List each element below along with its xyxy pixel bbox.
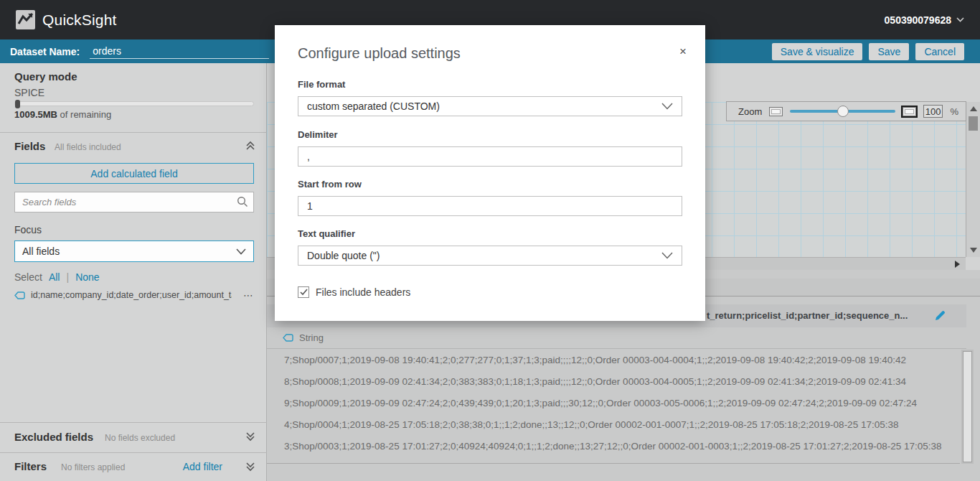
focus-select-value: All fields	[22, 246, 60, 257]
spice-capacity-amount: 1009.5MB	[14, 109, 57, 120]
dataset-name-input[interactable]	[90, 44, 269, 59]
file-format-label: File format	[298, 79, 682, 90]
text-qualifier-group: Text qualifier Double quote (")	[298, 228, 682, 266]
filters-section[interactable]: Filters No filters applied Add filter	[0, 452, 267, 481]
cancel-button[interactable]: Cancel	[915, 43, 964, 60]
zoom-out-extent-icon[interactable]	[769, 107, 783, 116]
query-mode-title: Query mode	[14, 70, 77, 83]
zoom-slider[interactable]	[790, 106, 895, 117]
focus-label: Focus	[14, 224, 42, 235]
add-filter-link[interactable]: Add filter	[183, 461, 222, 472]
preview-scroll-thumb[interactable]	[963, 351, 972, 462]
table-row[interactable]: 7;Shop/0007;1;2019-09-08 19:40:41;2;0;27…	[267, 350, 960, 371]
text-qualifier-value: Double quote (")	[307, 250, 380, 261]
modal-title: Configure upload settings	[298, 45, 461, 62]
field-list-item[interactable]: id;name;company_id;date_order;user_id;am…	[14, 287, 254, 303]
fields-title: Fields	[14, 140, 45, 152]
expand-excluded-icon[interactable]	[245, 431, 255, 444]
sidebar-divider	[0, 132, 267, 133]
headers-checkbox-label: Files include headers	[316, 286, 410, 298]
headers-checkbox[interactable]	[298, 286, 309, 298]
files-include-headers-row[interactable]: Files include headers	[298, 286, 410, 298]
spice-engine-label: SPICE	[14, 87, 44, 98]
field-item-menu-icon[interactable]: ⋯	[243, 289, 254, 301]
spice-capacity-rest: of remaining	[57, 109, 111, 120]
checkmark-icon	[300, 289, 308, 296]
chevron-down-icon	[661, 101, 673, 112]
add-calculated-field-button[interactable]: Add calculated field	[14, 163, 254, 184]
fields-subtitle: All fields included	[55, 142, 121, 152]
zoom-fit-icon[interactable]	[903, 107, 916, 116]
delimiter-label: Delimiter	[298, 129, 682, 140]
search-fields-wrap	[14, 192, 254, 213]
dataset-actions: Save & visualize Save Cancel	[772, 43, 970, 60]
spice-capacity-indicator	[15, 100, 20, 108]
quicksight-dataset-editor: QuickSight 050390079628 Dataset Name: Sa…	[0, 0, 980, 481]
table-row[interactable]: 3;Shop/0003;1;2019-08-25 17:01:27;2;0;40…	[267, 436, 960, 457]
select-fields-row: Select All | None	[14, 271, 100, 283]
file-format-select[interactable]: custom separated (CUSTOM)	[298, 96, 682, 116]
edit-column-pencil-icon[interactable]	[934, 309, 946, 324]
search-fields-input[interactable]	[14, 192, 254, 213]
text-qualifier-label: Text qualifier	[298, 228, 682, 239]
excluded-fields-subtitle: No fields excluded	[105, 433, 175, 443]
start-row-group: Start from row	[298, 179, 682, 216]
delimiter-group: Delimiter	[298, 129, 682, 167]
column-type-label: String	[299, 332, 324, 343]
search-icon[interactable]	[237, 196, 248, 210]
chevron-down-icon	[956, 17, 964, 22]
spice-capacity-bar	[14, 101, 254, 106]
scroll-right-arrow[interactable]	[955, 261, 960, 268]
zoom-percent-value[interactable]: 100	[923, 105, 943, 118]
excluded-fields-section[interactable]: Excluded fields No fields excluded	[0, 422, 267, 452]
vertical-scroll-thumb[interactable]	[969, 116, 978, 131]
scroll-up-arrow[interactable]	[970, 106, 977, 111]
zoom-label: Zoom	[738, 106, 762, 117]
expand-filters-icon[interactable]	[245, 462, 255, 475]
select-label: Select	[14, 271, 42, 283]
string-type-icon	[283, 334, 293, 342]
table-row[interactable]: 8;Shop/0008;1;2019-09-09 02:41:34;2;0;38…	[267, 371, 960, 393]
file-format-value: custom separated (CUSTOM)	[307, 101, 440, 112]
delimiter-input[interactable]	[298, 146, 682, 167]
start-row-label: Start from row	[298, 179, 682, 190]
zoom-slider-handle[interactable]	[837, 106, 849, 117]
field-item-label: id;name;company_id;date_order;user_id;am…	[31, 290, 232, 300]
filters-subtitle: No filters applied	[61, 462, 125, 472]
file-format-group: File format custom separated (CUSTOM)	[298, 79, 682, 116]
chevron-down-icon	[661, 250, 673, 261]
select-divider: |	[66, 271, 69, 283]
select-none-link[interactable]: None	[75, 271, 99, 283]
save-button[interactable]: Save	[869, 43, 909, 60]
collapse-fields-icon[interactable]	[245, 141, 255, 154]
scroll-down-arrow[interactable]	[970, 248, 977, 253]
zoom-percent-unit: %	[950, 106, 958, 117]
table-row[interactable]: 9;Shop/0009;1;2019-09-09 02:47:24;2;0;43…	[267, 393, 960, 414]
quicksight-logo-icon	[16, 10, 35, 29]
configure-upload-settings-modal: Configure upload settings × File format …	[275, 25, 705, 321]
text-qualifier-select[interactable]: Double quote (")	[298, 246, 682, 266]
focus-select[interactable]: All fields	[14, 240, 254, 262]
canvas-vertical-scrollbar[interactable]	[966, 102, 980, 257]
filters-title: Filters	[14, 460, 47, 472]
chevron-down-icon	[236, 246, 246, 257]
column-header-text: t_return;pricelist_id;partner_id;sequenc…	[707, 310, 908, 321]
account-id: 050390079628	[885, 14, 951, 26]
close-icon[interactable]: ×	[679, 45, 687, 57]
select-all-link[interactable]: All	[49, 271, 60, 283]
quicksight-home-link[interactable]: QuickSight	[16, 10, 117, 29]
table-row[interactable]: 4;Shop/0004;1;2019-08-25 17:05:18;2;0;38…	[267, 414, 960, 436]
excluded-fields-title: Excluded fields	[14, 431, 93, 443]
start-row-input[interactable]	[298, 196, 682, 216]
preview-vertical-scrollbar[interactable]	[961, 350, 974, 464]
sidebar: Query mode SPICE 1009.5MB of remaining F…	[0, 63, 267, 481]
spice-capacity-text: 1009.5MB of remaining	[14, 109, 111, 120]
app-title: QuickSight	[42, 11, 117, 29]
account-menu[interactable]: 050390079628	[885, 14, 964, 26]
string-type-icon	[14, 291, 25, 299]
preview-rows: 7;Shop/0007;1;2019-09-08 19:40:41;2;0;27…	[267, 350, 960, 464]
column-type-row[interactable]: String	[267, 327, 966, 349]
fields-section-header: Fields All fields included	[0, 138, 267, 157]
save-and-visualize-button[interactable]: Save & visualize	[772, 43, 863, 60]
dataset-name-label: Dataset Name:	[10, 46, 80, 57]
